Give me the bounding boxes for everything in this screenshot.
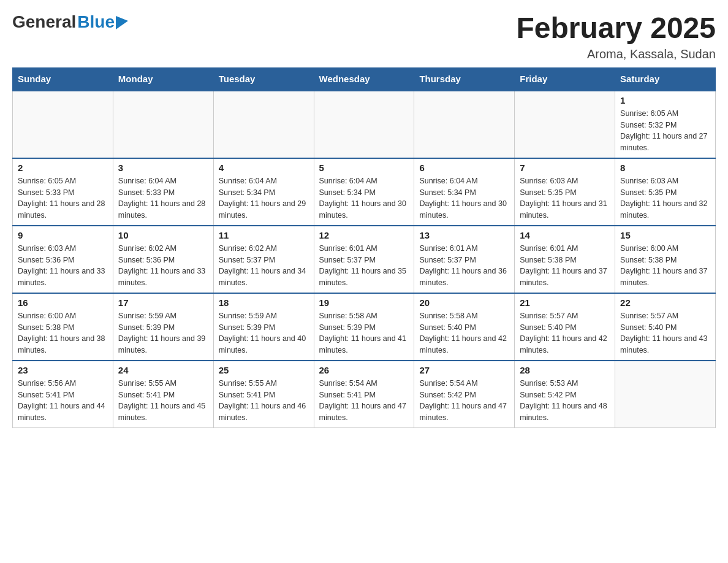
calendar-day-cell: 10Sunrise: 6:02 AMSunset: 5:36 PMDayligh…	[113, 226, 213, 293]
day-number: 9	[18, 230, 108, 240]
month-title: February 2025	[516, 12, 716, 45]
logo-general-text: General	[12, 12, 76, 32]
calendar-day-cell: 8Sunrise: 6:03 AMSunset: 5:35 PMDaylight…	[615, 158, 716, 226]
weekday-header-thursday: Thursday	[414, 67, 515, 91]
calendar-day-cell: 1Sunrise: 6:05 AMSunset: 5:32 PMDaylight…	[615, 91, 716, 158]
day-number: 26	[319, 365, 409, 375]
day-info: Sunrise: 6:05 AMSunset: 5:33 PMDaylight:…	[18, 175, 108, 221]
calendar-day-cell: 4Sunrise: 6:04 AMSunset: 5:34 PMDaylight…	[213, 158, 314, 226]
calendar-day-cell	[515, 91, 615, 158]
day-info: Sunrise: 6:04 AMSunset: 5:34 PMDaylight:…	[419, 175, 509, 221]
calendar-day-cell: 2Sunrise: 6:05 AMSunset: 5:33 PMDaylight…	[13, 158, 113, 226]
day-info: Sunrise: 5:57 AMSunset: 5:40 PMDaylight:…	[520, 310, 610, 356]
day-number: 21	[520, 297, 610, 308]
calendar-day-cell: 22Sunrise: 5:57 AMSunset: 5:40 PMDayligh…	[615, 293, 716, 361]
calendar-day-cell	[314, 91, 414, 158]
calendar-day-cell: 12Sunrise: 6:01 AMSunset: 5:37 PMDayligh…	[314, 226, 414, 293]
day-number: 2	[18, 163, 108, 173]
calendar-day-cell: 21Sunrise: 5:57 AMSunset: 5:40 PMDayligh…	[515, 293, 615, 361]
weekday-header-tuesday: Tuesday	[213, 67, 314, 91]
day-info: Sunrise: 6:01 AMSunset: 5:38 PMDaylight:…	[520, 243, 610, 289]
day-number: 23	[18, 365, 108, 375]
calendar-day-cell: 15Sunrise: 6:00 AMSunset: 5:38 PMDayligh…	[615, 226, 716, 293]
day-number: 15	[620, 230, 710, 240]
day-number: 4	[219, 163, 309, 173]
day-number: 8	[620, 163, 710, 173]
calendar-week-row: 1Sunrise: 6:05 AMSunset: 5:32 PMDaylight…	[13, 91, 716, 158]
calendar-day-cell	[615, 361, 716, 428]
day-number: 19	[319, 297, 409, 308]
calendar-day-cell: 16Sunrise: 6:00 AMSunset: 5:38 PMDayligh…	[13, 293, 113, 361]
page-header: General Blue February 2025 Aroma, Kassal…	[12, 12, 716, 61]
calendar-day-cell: 13Sunrise: 6:01 AMSunset: 5:37 PMDayligh…	[414, 226, 515, 293]
day-number: 20	[419, 297, 509, 308]
calendar-day-cell: 25Sunrise: 5:55 AMSunset: 5:41 PMDayligh…	[213, 361, 314, 428]
calendar-day-cell: 9Sunrise: 6:03 AMSunset: 5:36 PMDaylight…	[13, 226, 113, 293]
day-info: Sunrise: 6:04 AMSunset: 5:34 PMDaylight:…	[219, 175, 309, 221]
day-info: Sunrise: 6:03 AMSunset: 5:35 PMDaylight:…	[620, 175, 710, 221]
calendar-day-cell: 5Sunrise: 6:04 AMSunset: 5:34 PMDaylight…	[314, 158, 414, 226]
day-number: 14	[520, 230, 610, 240]
calendar-day-cell: 6Sunrise: 6:04 AMSunset: 5:34 PMDaylight…	[414, 158, 515, 226]
day-info: Sunrise: 5:53 AMSunset: 5:42 PMDaylight:…	[520, 378, 610, 424]
calendar-week-row: 2Sunrise: 6:05 AMSunset: 5:33 PMDaylight…	[13, 158, 716, 226]
calendar-day-cell	[113, 91, 213, 158]
calendar-day-cell: 28Sunrise: 5:53 AMSunset: 5:42 PMDayligh…	[515, 361, 615, 428]
svg-marker-0	[116, 16, 128, 29]
logo: General Blue	[12, 12, 128, 32]
calendar-day-cell: 27Sunrise: 5:54 AMSunset: 5:42 PMDayligh…	[414, 361, 515, 428]
day-number: 7	[520, 163, 610, 173]
calendar-day-cell: 18Sunrise: 5:59 AMSunset: 5:39 PMDayligh…	[213, 293, 314, 361]
day-number: 6	[419, 163, 509, 173]
weekday-header-sunday: Sunday	[13, 67, 113, 91]
day-number: 27	[419, 365, 509, 375]
day-info: Sunrise: 5:56 AMSunset: 5:41 PMDaylight:…	[18, 378, 108, 424]
calendar-day-cell	[414, 91, 515, 158]
calendar-table: SundayMondayTuesdayWednesdayThursdayFrid…	[12, 67, 716, 428]
calendar-day-cell: 7Sunrise: 6:03 AMSunset: 5:35 PMDaylight…	[515, 158, 615, 226]
day-number: 24	[118, 365, 208, 375]
calendar-day-cell	[213, 91, 314, 158]
day-info: Sunrise: 6:00 AMSunset: 5:38 PMDaylight:…	[620, 243, 710, 289]
calendar-week-row: 23Sunrise: 5:56 AMSunset: 5:41 PMDayligh…	[13, 361, 716, 428]
day-info: Sunrise: 5:59 AMSunset: 5:39 PMDaylight:…	[118, 310, 208, 356]
day-number: 17	[118, 297, 208, 308]
logo-triangle-icon	[116, 16, 128, 29]
day-info: Sunrise: 5:58 AMSunset: 5:39 PMDaylight:…	[319, 310, 409, 356]
day-info: Sunrise: 5:59 AMSunset: 5:39 PMDaylight:…	[219, 310, 309, 356]
day-info: Sunrise: 6:04 AMSunset: 5:33 PMDaylight:…	[118, 175, 208, 221]
day-info: Sunrise: 5:55 AMSunset: 5:41 PMDaylight:…	[219, 378, 309, 424]
day-info: Sunrise: 6:04 AMSunset: 5:34 PMDaylight:…	[319, 175, 409, 221]
title-section: February 2025 Aroma, Kassala, Sudan	[516, 12, 716, 61]
day-number: 28	[520, 365, 610, 375]
calendar-day-cell: 20Sunrise: 5:58 AMSunset: 5:40 PMDayligh…	[414, 293, 515, 361]
calendar-day-cell: 17Sunrise: 5:59 AMSunset: 5:39 PMDayligh…	[113, 293, 213, 361]
day-info: Sunrise: 5:58 AMSunset: 5:40 PMDaylight:…	[419, 310, 509, 356]
day-number: 25	[219, 365, 309, 375]
day-info: Sunrise: 6:03 AMSunset: 5:35 PMDaylight:…	[520, 175, 610, 221]
calendar-week-row: 9Sunrise: 6:03 AMSunset: 5:36 PMDaylight…	[13, 226, 716, 293]
calendar-day-cell: 26Sunrise: 5:54 AMSunset: 5:41 PMDayligh…	[314, 361, 414, 428]
day-info: Sunrise: 6:01 AMSunset: 5:37 PMDaylight:…	[419, 243, 509, 289]
day-number: 3	[118, 163, 208, 173]
calendar-day-cell: 3Sunrise: 6:04 AMSunset: 5:33 PMDaylight…	[113, 158, 213, 226]
day-info: Sunrise: 6:00 AMSunset: 5:38 PMDaylight:…	[18, 310, 108, 356]
day-number: 12	[319, 230, 409, 240]
day-info: Sunrise: 5:55 AMSunset: 5:41 PMDaylight:…	[118, 378, 208, 424]
calendar-day-cell: 11Sunrise: 6:02 AMSunset: 5:37 PMDayligh…	[213, 226, 314, 293]
day-number: 13	[419, 230, 509, 240]
calendar-day-cell: 14Sunrise: 6:01 AMSunset: 5:38 PMDayligh…	[515, 226, 615, 293]
calendar-day-cell: 19Sunrise: 5:58 AMSunset: 5:39 PMDayligh…	[314, 293, 414, 361]
calendar-day-cell: 23Sunrise: 5:56 AMSunset: 5:41 PMDayligh…	[13, 361, 113, 428]
day-number: 16	[18, 297, 108, 308]
day-number: 5	[319, 163, 409, 173]
day-info: Sunrise: 6:01 AMSunset: 5:37 PMDaylight:…	[319, 243, 409, 289]
weekday-header-wednesday: Wednesday	[314, 67, 414, 91]
location: Aroma, Kassala, Sudan	[516, 47, 716, 61]
day-number: 1	[620, 95, 710, 105]
weekday-header-saturday: Saturday	[615, 67, 716, 91]
day-number: 18	[219, 297, 309, 308]
day-info: Sunrise: 6:02 AMSunset: 5:36 PMDaylight:…	[118, 243, 208, 289]
weekday-header-friday: Friday	[515, 67, 615, 91]
day-info: Sunrise: 6:05 AMSunset: 5:32 PMDaylight:…	[620, 108, 710, 154]
